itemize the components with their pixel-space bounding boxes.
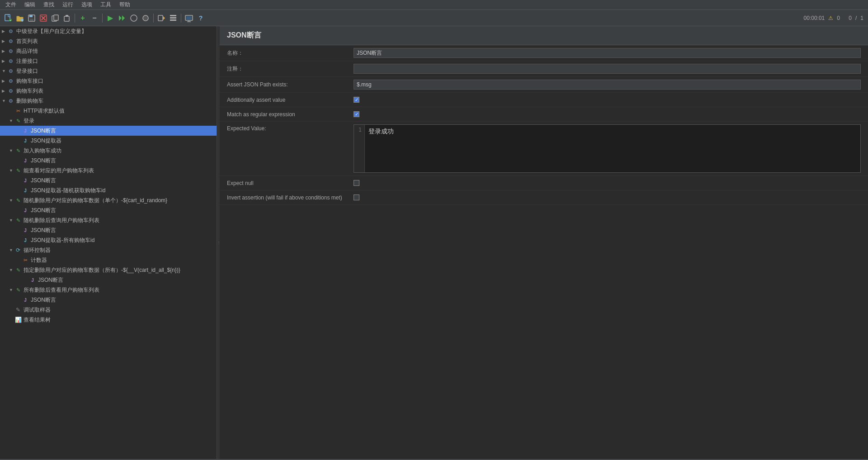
help-button[interactable]: ? (195, 13, 206, 24)
menu-run[interactable]: 运行 (59, 0, 77, 9)
additionally-assert-row: Additionally assert value ✓ (220, 93, 868, 107)
tree-label: 商品详情 (16, 47, 38, 55)
paste-button[interactable] (61, 13, 72, 24)
json-extractor-icon: J (22, 237, 29, 244)
tree-item-node7[interactable]: ▶ ⚙ 购物车列表 (0, 86, 217, 96)
comment-input[interactable] (354, 64, 861, 74)
tree-item-node25[interactable]: ▼ ✎ 指定删除用户对应的购物车数据（所有）-${__V(cart_id_all… (0, 265, 217, 275)
menu-find[interactable]: 查找 (40, 0, 58, 9)
menu-edit[interactable]: 编辑 (21, 0, 39, 9)
tree-label: JSON提取器-随机获取购物车id (31, 187, 105, 194)
json-assertion-icon: J (22, 157, 29, 164)
new-button[interactable]: + (3, 13, 14, 24)
arrow-icon: ▶ (2, 89, 7, 93)
tree-item-node21[interactable]: J JSON断言 (0, 225, 217, 235)
sep3 (153, 14, 154, 23)
stop-button[interactable] (128, 13, 139, 24)
tree-item-node10[interactable]: ▼ ✎ 登录 (0, 116, 217, 126)
tree-item-node19[interactable]: J JSON断言 (0, 205, 217, 215)
name-input[interactable] (354, 48, 861, 58)
tree-item-node13[interactable]: ▼ ✎ 加入购物车成功 (0, 146, 217, 156)
tree-item-node23[interactable]: ▼ ⟳ 循环控制器 (0, 245, 217, 255)
toolbar: + ↑ + − ▶ ? 00:00:01 ⚠ 0 0 (0, 10, 868, 26)
config-button[interactable] (168, 13, 179, 24)
expected-value-editor: 1 登录成功 (354, 124, 861, 173)
tree-label: JSON断言 (31, 227, 56, 234)
tree-label: JSON提取器-所有购物车id (31, 237, 94, 244)
tree-item-node26[interactable]: J JSON断言 (0, 275, 217, 285)
delete-button[interactable] (38, 13, 49, 24)
assert-json-path-input[interactable] (354, 80, 861, 90)
tree-item-node15[interactable]: ▼ ✎ 能查看对应的用户购物车列表 (0, 166, 217, 175)
tree-item-node29[interactable]: ✎ 调试取样器 (0, 305, 217, 315)
remote-button[interactable] (184, 13, 194, 24)
tree-item-node1[interactable]: ▶ ⚙ 中级登录【用户自定义变量】 (0, 26, 217, 36)
expected-value-text: 登录成功 (368, 128, 394, 135)
json-assertion-icon: J (22, 207, 29, 214)
tree-item-node6[interactable]: ▶ ⚙ 购物车接口 (0, 76, 217, 86)
expect-null-label: Expect null (227, 180, 354, 186)
invert-assertion-label: Invert assertion (will fail if above con… (227, 194, 354, 201)
match-regex-checkbox[interactable]: ✓ (354, 111, 359, 117)
name-row: 名称： (220, 45, 868, 61)
tree-label: 查看结果树 (24, 316, 51, 324)
arrow-icon: ▶ (2, 59, 7, 63)
pencil-icon: ✎ (14, 147, 22, 154)
tree-label: 随机删除后查询用户购物车列表 (24, 217, 99, 224)
run-all-button[interactable] (117, 13, 127, 24)
invert-assertion-checkbox[interactable] (354, 194, 359, 200)
tree-item-node20[interactable]: ▼ ✎ 随机删除后查询用户购物车列表 (0, 215, 217, 225)
menu-options[interactable]: 选项 (78, 0, 96, 9)
menu-help[interactable]: 帮助 (116, 0, 134, 9)
tree-label: 调试取样器 (24, 306, 51, 314)
tree-item-node12[interactable]: J JSON提取器 (0, 136, 217, 146)
tree-label: 随机删除用户对应的购物车数据（单个）-${cart_id_random} (24, 197, 167, 204)
tree-item-node30[interactable]: 📊 查看结果树 (0, 315, 217, 325)
tree-item-node5[interactable]: ▼ ⚙ 登录接口 (0, 66, 217, 76)
clear-button[interactable] (140, 13, 151, 24)
tree-item-node24[interactable]: ✂ 计数器 (0, 255, 217, 265)
tree-item-node27[interactable]: ▼ ✎ 所有删除后查看用户购物车列表 (0, 285, 217, 295)
tree-item-node28[interactable]: J JSON断言 (0, 295, 217, 305)
tree-item-node9[interactable]: ✂ HTTP请求默认值 (0, 106, 217, 116)
expect-null-checkbox[interactable] (354, 180, 359, 186)
detail-header: JSON断言 (220, 26, 868, 45)
detail-body: 名称： 注释： Assert JSON Path exists: Additio… (220, 45, 868, 459)
open-button[interactable]: ↑ (14, 13, 25, 24)
result-tree-icon: 📊 (14, 316, 22, 323)
tree-item-node4[interactable]: ▶ ⚙ 注册接口 (0, 56, 217, 66)
arrow-icon: ▼ (2, 69, 7, 73)
tree-item-node2[interactable]: ▶ ⚙ 首页列表 (0, 36, 217, 46)
arrow-icon: ▶ (2, 49, 7, 53)
tree-label: JSON断言 (31, 296, 56, 304)
editor-text-area[interactable]: 登录成功 (365, 125, 860, 172)
tree-item-node18[interactable]: ▼ ✎ 随机删除用户对应的购物车数据（单个）-${cart_id_random} (0, 195, 217, 205)
save-button[interactable] (26, 13, 37, 24)
tree-item-node3[interactable]: ▶ ⚙ 商品详情 (0, 46, 217, 56)
tree-label: 中级登录【用户自定义变量】 (16, 28, 87, 35)
tree-label: 购物车接口 (16, 77, 43, 85)
svg-rect-21 (170, 19, 176, 21)
run-button[interactable]: ▶ (105, 13, 116, 24)
tree-item-node22[interactable]: J JSON提取器-所有购物车id (0, 235, 217, 245)
assert-json-path-row: Assert JSON Path exists: (220, 77, 868, 93)
menu-tools[interactable]: 工具 (97, 0, 115, 9)
menu-file[interactable]: 文件 (2, 0, 20, 9)
additionally-assert-checkbox[interactable]: ✓ (354, 97, 359, 103)
minus-button[interactable]: − (89, 13, 100, 24)
tree-item-node11[interactable]: J JSON断言 (0, 126, 217, 136)
loop-icon: ⟳ (14, 247, 22, 254)
tree-item-node17[interactable]: J JSON提取器-随机获取购物车id (0, 185, 217, 195)
svg-rect-12 (66, 15, 68, 17)
copy-button[interactable] (50, 13, 61, 24)
svg-rect-20 (170, 17, 176, 19)
record-button[interactable] (156, 13, 167, 24)
tree-item-node16[interactable]: J JSON断言 (0, 175, 217, 185)
svg-rect-11 (64, 16, 69, 21)
counter-icon: ✂ (22, 256, 29, 264)
tree-item-node8[interactable]: ▼ ⚙ 删除购物车 (0, 96, 217, 106)
line-numbers: 1 (354, 125, 365, 172)
sep2 (102, 14, 103, 23)
tree-item-node14[interactable]: J JSON断言 (0, 156, 217, 166)
add-button[interactable]: + (77, 13, 88, 24)
